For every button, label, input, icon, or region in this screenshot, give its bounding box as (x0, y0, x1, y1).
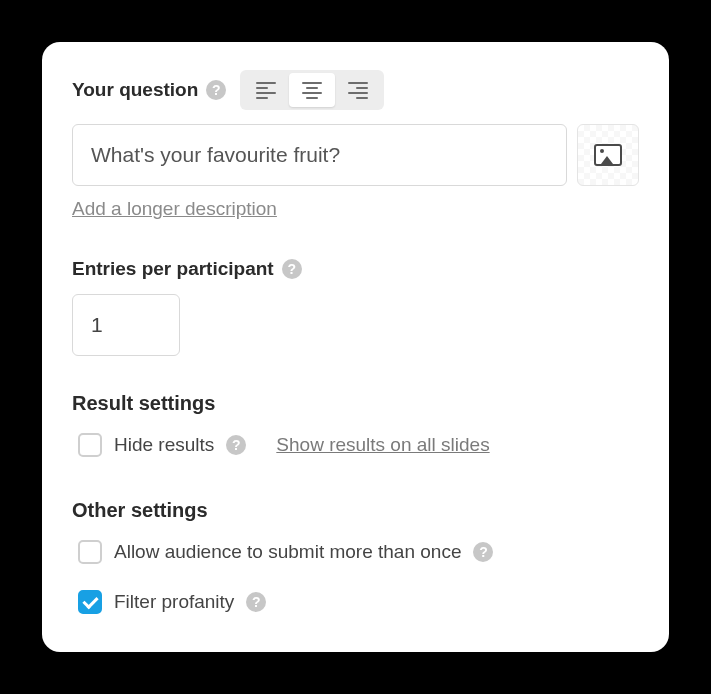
align-center-button[interactable] (289, 73, 335, 107)
question-input-row (72, 124, 639, 186)
other-settings-title: Other settings (72, 499, 639, 522)
question-input[interactable] (72, 124, 567, 186)
help-icon[interactable]: ? (246, 592, 266, 612)
align-center-icon (302, 82, 322, 99)
question-label-text: Your question (72, 79, 198, 101)
allow-multi-checkbox[interactable] (78, 540, 102, 564)
align-left-icon (256, 82, 276, 99)
result-settings-title: Result settings (72, 392, 639, 415)
hide-results-label: Hide results (114, 434, 214, 456)
help-icon[interactable]: ? (282, 259, 302, 279)
help-icon[interactable]: ? (473, 542, 493, 562)
question-label: Your question ? (72, 79, 226, 101)
hide-results-checkbox[interactable] (78, 433, 102, 457)
alignment-toggle-group (240, 70, 384, 110)
hide-results-row: Hide results ? (72, 427, 246, 463)
question-header-row: Your question ? (72, 70, 639, 110)
align-left-button[interactable] (243, 73, 289, 107)
filter-profanity-row: Filter profanity ? (72, 584, 639, 620)
entries-label: Entries per participant ? (72, 258, 302, 280)
add-image-button[interactable] (577, 124, 639, 186)
allow-multi-label: Allow audience to submit more than once (114, 541, 461, 563)
result-settings-row: Hide results ? Show results on all slide… (72, 427, 639, 463)
settings-card: Your question ? Add a longer description… (42, 42, 669, 652)
align-right-button[interactable] (335, 73, 381, 107)
entries-label-text: Entries per participant (72, 258, 274, 280)
align-right-icon (348, 82, 368, 99)
add-description-link[interactable]: Add a longer description (72, 198, 277, 220)
help-icon[interactable]: ? (226, 435, 246, 455)
show-results-all-link[interactable]: Show results on all slides (276, 434, 489, 456)
allow-multi-row: Allow audience to submit more than once … (72, 534, 639, 570)
entries-input[interactable] (72, 294, 180, 356)
image-icon (594, 144, 622, 166)
filter-profanity-label: Filter profanity (114, 591, 234, 613)
filter-profanity-checkbox[interactable] (78, 590, 102, 614)
help-icon[interactable]: ? (206, 80, 226, 100)
